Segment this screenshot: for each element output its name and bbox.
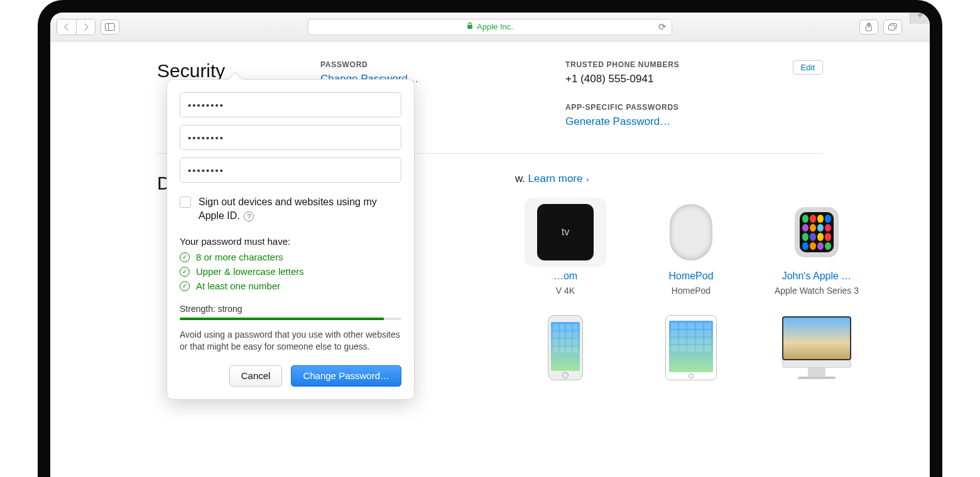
devices-intro-visible: w. bbox=[515, 173, 525, 185]
strength-bar bbox=[180, 318, 401, 320]
confirm-password-input[interactable] bbox=[180, 158, 401, 183]
trusted-phone-label: TRUSTED PHONE NUMBERS bbox=[565, 60, 741, 69]
apple-watch-icon bbox=[776, 198, 858, 267]
device-name[interactable]: John's Apple … bbox=[782, 271, 852, 282]
forward-button[interactable] bbox=[76, 19, 95, 35]
lock-icon bbox=[467, 22, 473, 31]
laptop-camera bbox=[487, 4, 493, 9]
password-reqs-title: Your password must have: bbox=[180, 236, 401, 247]
imac-icon bbox=[776, 314, 858, 380]
device-homepod[interactable]: HomePod HomePod bbox=[634, 198, 748, 296]
tabs-button[interactable] bbox=[883, 19, 902, 35]
current-password-input[interactable] bbox=[180, 92, 401, 117]
device-ipad[interactable] bbox=[634, 314, 748, 380]
check-icon: ✓ bbox=[180, 267, 190, 277]
device-meta: HomePod bbox=[672, 286, 710, 296]
new-password-input[interactable] bbox=[180, 125, 401, 150]
share-button[interactable] bbox=[859, 19, 878, 35]
check-icon: ✓ bbox=[180, 281, 190, 291]
strength-fill bbox=[180, 318, 384, 320]
sidebar-toggle-button[interactable] bbox=[101, 19, 119, 35]
req-case: ✓Upper & lowercase letters bbox=[180, 266, 401, 277]
req-length: ✓8 or more characters bbox=[180, 252, 401, 262]
page-content: Security PASSWORD Change Password… TRUST… bbox=[50, 41, 930, 405]
chevron-right-icon: › bbox=[584, 174, 589, 184]
device-meta: V 4K bbox=[556, 286, 575, 296]
device-watch[interactable]: John's Apple … Apple Watch Series 3 bbox=[760, 198, 873, 296]
trusted-phone-value: +1 (408) 555-0941 bbox=[565, 73, 741, 85]
edit-button[interactable]: Edit bbox=[793, 60, 823, 75]
device-name[interactable]: …om bbox=[553, 271, 577, 282]
change-password-popover: Sign out devices and websites using my A… bbox=[166, 79, 415, 400]
new-tab-button[interactable]: + bbox=[910, 6, 930, 24]
device-iphone[interactable] bbox=[509, 314, 622, 380]
device-meta: Apple Watch Series 3 bbox=[775, 286, 859, 296]
ipad-icon bbox=[650, 314, 732, 380]
app-specific-label: APP-SPECIFIC PASSWORDS bbox=[565, 103, 741, 112]
strength-label: Strength: strong bbox=[180, 304, 401, 314]
back-button[interactable] bbox=[57, 19, 76, 35]
req-number: ✓At least one number bbox=[180, 281, 401, 291]
device-imac[interactable] bbox=[760, 314, 873, 380]
signout-devices-checkbox[interactable] bbox=[180, 196, 191, 208]
signout-devices-label: Sign out devices and websites using my A… bbox=[199, 196, 377, 221]
help-icon[interactable]: ? bbox=[244, 212, 254, 222]
nav-back-forward bbox=[57, 19, 95, 35]
learn-more-link[interactable]: Learn more › bbox=[528, 173, 589, 185]
cancel-button[interactable]: Cancel bbox=[229, 365, 283, 387]
device-appletv[interactable]: tv …om V 4K bbox=[509, 198, 622, 296]
address-bar[interactable]: Apple Inc. ⟳ bbox=[308, 19, 672, 35]
address-bar-text: Apple Inc. bbox=[477, 22, 513, 31]
iphone-icon bbox=[525, 314, 606, 380]
safari-toolbar: Apple Inc. ⟳ + bbox=[50, 13, 930, 41]
homepod-icon bbox=[650, 198, 732, 267]
svg-rect-0 bbox=[106, 23, 115, 30]
password-tip: Avoid using a password that you use with… bbox=[180, 329, 401, 353]
svg-rect-5 bbox=[889, 25, 895, 30]
svg-rect-2 bbox=[467, 25, 472, 29]
check-icon: ✓ bbox=[180, 252, 190, 262]
device-name[interactable]: HomePod bbox=[668, 271, 713, 282]
generate-password-link[interactable]: Generate Password… bbox=[565, 115, 741, 128]
reload-button[interactable]: ⟳ bbox=[658, 21, 667, 33]
password-label: PASSWORD bbox=[320, 60, 496, 69]
change-password-button[interactable]: Change Password… bbox=[291, 365, 401, 387]
appletv-icon: tv bbox=[525, 198, 606, 267]
